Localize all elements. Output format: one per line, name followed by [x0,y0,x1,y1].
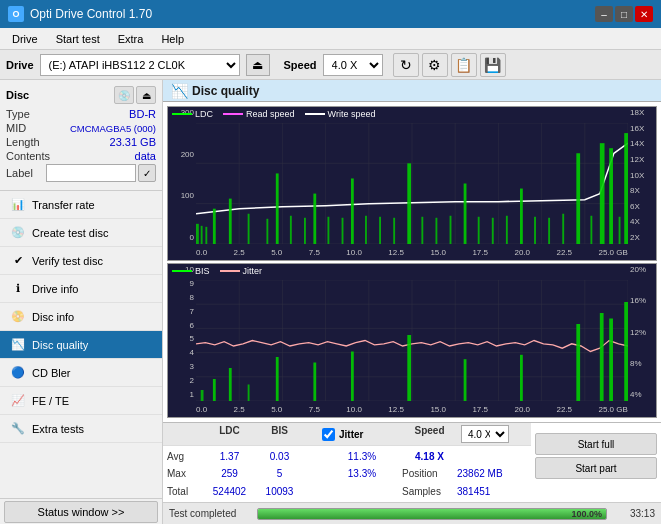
toolbar-copy-button[interactable]: 📋 [451,53,477,77]
svg-rect-78 [624,302,628,401]
sidebar: Disc 💿 ⏏ Type BD-R MID CMCMAGBA5 (000) L… [0,80,163,524]
stats-headers-row: LDC BIS Jitter Speed 4.0 X [163,423,531,446]
y2-label-6: 6 [190,322,194,330]
bottom-stats-area: LDC BIS Jitter Speed 4.0 X [163,422,661,502]
y-label-200: 200 [181,151,194,159]
y2-right-12: 12% [630,329,646,337]
disc-section-label: Disc [6,89,29,101]
transfer-rate-icon: 📊 [10,197,26,213]
toolbar-refresh-button[interactable]: ↻ [393,53,419,77]
stats-avg-row: Avg 1.37 0.03 11.3% 4.18 X [167,451,527,462]
disc-contents-value: data [135,150,156,162]
disc-mid-row: MID CMCMAGBA5 (000) [6,122,156,134]
jitter-checkbox[interactable] [322,428,335,441]
sidebar-item-transfer-rate[interactable]: 📊 Transfer rate [0,191,162,219]
total-bis: 10093 [257,486,302,497]
svg-rect-65 [201,390,204,401]
sidebar-item-disc-info[interactable]: 📀 Disc info [0,303,162,331]
sidebar-item-verify-test-disc[interactable]: ✔ Verify test disc [0,247,162,275]
menu-drive[interactable]: Drive [4,31,46,47]
minimize-button[interactable]: – [595,6,613,22]
svg-rect-20 [266,219,268,244]
sidebar-item-disc-quality[interactable]: 📉 Disc quality [0,331,162,359]
svg-rect-46 [609,148,613,244]
avg-ldc: 1.37 [202,451,257,462]
app-icon: O [8,6,24,22]
disc-eject-icon[interactable]: ⏏ [136,86,156,104]
avg-label: Avg [167,451,202,462]
svg-rect-36 [478,217,480,244]
title-bar: O Opti Drive Control 1.70 – □ ✕ [0,0,661,28]
main-layout: Disc 💿 ⏏ Type BD-R MID CMCMAGBA5 (000) L… [0,80,661,524]
chart2-svg [196,280,628,401]
stats-data-rows: Avg 1.37 0.03 11.3% 4.18 X Max 259 5 13.… [163,446,531,502]
svg-rect-45 [600,143,605,244]
chart2-plot [196,280,628,401]
svg-rect-47 [619,217,621,244]
drive-eject-button[interactable]: ⏏ [246,54,270,76]
disc-load-icon[interactable]: 💿 [114,86,134,104]
sidebar-item-label-create-test-disc: Create test disc [32,227,108,239]
legend-jitter-label: Jitter [243,266,263,276]
toolbar-settings-button[interactable]: ⚙ [422,53,448,77]
toolbar-save-button[interactable]: 💾 [480,53,506,77]
disc-label-input[interactable] [46,164,136,182]
content-area: 📉 Disc quality LDC Read speed [163,80,661,524]
svg-rect-14 [196,224,199,244]
y2-right-8: 8% [630,360,642,368]
content-header: 📉 Disc quality [163,80,661,102]
y-right-4x: 4X [630,218,640,226]
svg-rect-44 [590,216,592,244]
disc-contents-row: Contents data [6,150,156,162]
menu-start-test[interactable]: Start test [48,31,108,47]
legend-ldc-label: LDC [195,109,213,119]
disc-length-label: Length [6,136,40,148]
chart2-container: BIS Jitter 10 9 8 7 6 5 4 3 [167,263,657,418]
sidebar-item-label-transfer-rate: Transfer rate [32,199,95,211]
legend-jitter: Jitter [220,266,263,276]
legend-write-speed: Write speed [305,109,376,119]
h-check-spacer [302,425,322,443]
stats-right-panel: Start full Start part [531,423,661,502]
drive-info-icon: ℹ [10,281,26,297]
sidebar-item-create-test-disc[interactable]: 💿 Create test disc [0,219,162,247]
status-window-button[interactable]: Status window >> [4,501,158,523]
legend-bis: BIS [172,266,210,276]
y-label-0: 0 [190,234,194,242]
disc-label-confirm-button[interactable]: ✓ [138,164,156,182]
drive-select[interactable]: (E:) ATAPI iHBS112 2 CL0K [40,54,240,76]
avg-bis: 0.03 [257,451,302,462]
chart2-y-axis-left: 10 9 8 7 6 5 4 3 2 1 [168,264,196,401]
svg-rect-31 [407,163,411,244]
svg-rect-32 [421,217,423,244]
menu-extra[interactable]: Extra [110,31,152,47]
close-button[interactable]: ✕ [635,6,653,22]
speed-select[interactable]: 4.0 X [323,54,383,76]
svg-rect-19 [248,214,250,244]
start-full-button[interactable]: Start full [535,433,657,455]
progress-fill [258,509,606,519]
stats-left-panel: LDC BIS Jitter Speed 4.0 X [163,423,531,502]
chart1-legend: LDC Read speed Write speed [172,109,375,119]
avg-speed: 4.18 X [402,451,457,462]
menu-help[interactable]: Help [153,31,192,47]
progress-percent: 100.0% [571,509,602,519]
maximize-button[interactable]: □ [615,6,633,22]
sidebar-item-fe-te[interactable]: 📈 FE / TE [0,387,162,415]
y2-right-4: 4% [630,391,642,399]
sidebar-item-cd-bler[interactable]: 🔵 CD Bler [0,359,162,387]
disc-label-row: Label ✓ [6,164,156,182]
legend-ldc-color [172,113,192,115]
sidebar-item-drive-info[interactable]: ℹ Drive info [0,275,162,303]
y2-right-16: 16% [630,297,646,305]
disc-info-icon: 📀 [10,309,26,325]
y-right-10x: 10X [630,172,644,180]
disc-label-input-group: ✓ [46,164,156,182]
chart1-y-axis-right: 18X 16X 14X 12X 10X 8X 6X 4X 2X [628,107,656,244]
y-label-100: 100 [181,192,194,200]
total-ldc: 524402 [202,486,257,497]
sidebar-item-extra-tests[interactable]: 🔧 Extra tests [0,415,162,443]
chart2-legend: BIS Jitter [172,266,262,276]
stats-speed-select[interactable]: 4.0 X [461,425,509,443]
start-part-button[interactable]: Start part [535,457,657,479]
